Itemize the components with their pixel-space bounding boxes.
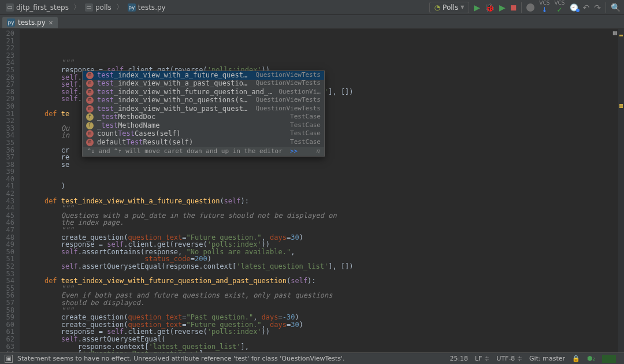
breadcrumb: ▭ djtp_first_steps 〉 ▭ polls 〉 py tests.…	[3, 2, 168, 13]
file-encoding[interactable]: UTF-8 ≑	[496, 355, 522, 362]
completion-item[interactable]: mcountTestCases(self)TestCase	[83, 130, 324, 139]
search-everywhere-button[interactable]: 🔍	[611, 3, 621, 12]
test-icon: ◔	[434, 3, 440, 12]
method-icon: m	[86, 139, 94, 146]
completion-item[interactable]: f_testMethodNameTestCase	[83, 121, 324, 130]
memory-indicator[interactable]	[602, 355, 619, 363]
editor-tab-bar: py tests.py ✕	[0, 15, 624, 29]
chevron-right-icon: 〉	[115, 2, 124, 12]
status-message: Statement seems to have no effect. Unres…	[17, 355, 344, 362]
line-number-gutter[interactable]: 2021222324252627282930313233343536373839…	[0, 29, 20, 352]
top-toolbar: ▭ djtp_first_steps 〉 ▭ polls 〉 py tests.…	[0, 0, 624, 15]
completion-hint-link[interactable]: >>	[290, 147, 298, 155]
breadcrumb-label: polls	[95, 3, 112, 12]
python-file-icon: py	[7, 18, 15, 27]
toolbar-right: ◔ Polls ▼ ▶ 🐞 ▶ ■ VCS↓ VCS✓ 🕘 ↶ ↷ 🔍	[429, 1, 621, 14]
method-icon: m	[86, 72, 94, 79]
method-icon: m	[86, 96, 94, 104]
method-icon: m	[86, 130, 94, 138]
method-icon: m	[86, 88, 94, 96]
run-button[interactable]: ▶	[474, 3, 480, 12]
close-icon[interactable]: ✕	[49, 20, 53, 26]
run-coverage-button[interactable]: ▶	[499, 3, 506, 12]
breadcrumb-label: djtp_first_steps	[16, 3, 69, 12]
completion-item[interactable]: f_testMethodDocTestCase	[83, 113, 324, 122]
completion-item[interactable]: mtest_index_view_with_a_future_question(…	[83, 71, 324, 80]
code-completion-popup[interactable]: mtest_index_view_with_a_future_question(…	[82, 70, 325, 157]
run-config-selector[interactable]: ◔ Polls ▼	[429, 2, 470, 13]
debug-button[interactable]: 🐞	[485, 3, 495, 12]
vcs-update-button[interactable]: VCS↓	[539, 1, 549, 14]
line-separator[interactable]: LF ≑	[475, 355, 489, 362]
status-bar: ▣ Statement seems to have no effect. Unr…	[0, 352, 624, 364]
vcs-commit-button[interactable]: VCS✓	[554, 1, 564, 14]
completion-hint: ^↓ and ^↑ will move caret down and up in…	[83, 147, 324, 157]
redo-button[interactable]: ↷	[594, 3, 601, 12]
code-editor[interactable]: 2021222324252627282930313233343536373839…	[0, 29, 624, 352]
ide-circle-icon[interactable]	[526, 3, 534, 12]
field-icon: f	[86, 113, 94, 121]
code-area[interactable]: """ response = self.client.get(reverse('…	[20, 29, 624, 352]
completion-item[interactable]: mtest_index_view_with_future_question_an…	[83, 88, 324, 96]
stop-button[interactable]: ■	[510, 3, 517, 12]
completion-item[interactable]: mdefaultTestResult(self)TestCase	[83, 138, 324, 147]
tool-window-toggle-button[interactable]: ▣	[5, 355, 13, 363]
toolbar-separator	[521, 2, 522, 13]
tab-label: tests.py	[18, 18, 46, 27]
breadcrumb-label: tests.py	[138, 3, 166, 12]
method-icon: m	[86, 105, 94, 113]
chevron-down-icon: ▼	[460, 5, 464, 10]
vcs-history-button[interactable]: 🕘	[570, 3, 578, 12]
chevron-right-icon: 〉	[72, 2, 81, 12]
error-stripe[interactable]	[618, 29, 624, 352]
folder-icon: ▭	[85, 3, 93, 12]
editor-tab[interactable]: py tests.py ✕	[2, 17, 58, 28]
completion-item[interactable]: mtest_index_view_with_two_past_questions…	[83, 105, 324, 113]
python-file-icon: py	[128, 3, 136, 12]
breadcrumb-project[interactable]: ▭ djtp_first_steps	[3, 2, 71, 13]
completion-item[interactable]: mtest_index_view_with_no_questions(self)…	[83, 96, 324, 105]
run-config-label: Polls	[443, 3, 458, 12]
breadcrumb-folder[interactable]: ▭ polls	[83, 2, 114, 13]
python-packages-icon[interactable]: ⬢₂	[587, 355, 595, 362]
inspection-pause-icon[interactable]: ▮▮	[612, 30, 617, 36]
git-branch[interactable]: Git: master	[529, 355, 565, 362]
toolbar-separator	[606, 2, 606, 13]
undo-button[interactable]: ↶	[583, 3, 590, 12]
folder-icon: ▭	[6, 3, 14, 12]
lock-icon[interactable]: 🔒	[572, 355, 580, 362]
field-icon: f	[86, 122, 94, 129]
completion-item[interactable]: mtest_index_view_with_a_past_question(se…	[83, 80, 324, 88]
caret-position[interactable]: 25:18	[450, 355, 468, 362]
method-icon: m	[86, 80, 94, 87]
breadcrumb-file[interactable]: py tests.py	[125, 2, 168, 13]
